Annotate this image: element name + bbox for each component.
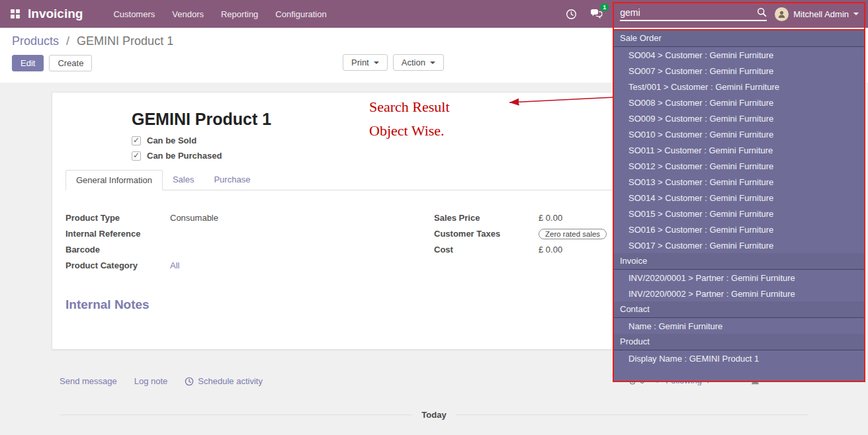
- can-be-purchased-label: Can be Purchased: [147, 151, 222, 161]
- search-result-item[interactable]: SO016 > Customer : Gemini Furniture: [614, 221, 864, 237]
- search-result-item[interactable]: SO011 > Customer : Gemini Furniture: [614, 142, 864, 158]
- schedule-activity-label: Schedule activity: [198, 376, 263, 386]
- caret-down-icon: [374, 61, 379, 67]
- product-type-row: Product Type Consumable: [65, 213, 414, 225]
- search-group-header: Sale Order: [614, 30, 864, 47]
- tab-general-information[interactable]: General Information: [65, 170, 163, 190]
- divider-line: [456, 415, 808, 415]
- messages-icon[interactable]: 1: [590, 9, 603, 19]
- print-menu-button[interactable]: Print: [343, 54, 388, 71]
- search-group-header: Invoice: [614, 253, 864, 270]
- menu-vendors[interactable]: Vendors: [172, 9, 204, 19]
- global-search-box: [620, 7, 767, 21]
- tab-sales[interactable]: Sales: [163, 170, 204, 190]
- edit-button[interactable]: Edit: [12, 55, 44, 71]
- action-menu-label: Action: [402, 58, 425, 67]
- can-be-sold-checkbox[interactable]: [132, 136, 141, 145]
- search-result-item[interactable]: SO015 > Customer : Gemini Furniture: [614, 206, 864, 221]
- navbar-systray: 1 Mitchell Admin: [559, 7, 861, 21]
- global-search-results-panel: Sale Order SO004 > Customer : Gemini Fur…: [614, 29, 864, 382]
- schedule-activity-link[interactable]: Schedule activity: [185, 376, 263, 386]
- search-result-item[interactable]: SO010 > Customer : Gemini Furniture: [614, 126, 864, 142]
- product-category-row: Product Category All: [65, 260, 414, 273]
- search-group-product: Product Display Name : GEMINI Product 1: [614, 334, 864, 366]
- print-action-group: Print Action: [343, 54, 444, 71]
- search-result-item[interactable]: INV/2020/0001 > Partner : Gemini Furnitu…: [614, 270, 864, 286]
- sales-price-label: Sales Price: [434, 213, 539, 223]
- cost-label: Cost: [434, 245, 539, 255]
- date-divider-label: Today: [412, 410, 455, 420]
- search-result-item[interactable]: SO014 > Customer : Gemini Furniture: [614, 190, 864, 206]
- caret-down-icon: [430, 61, 435, 67]
- barcode-label: Barcode: [65, 245, 170, 255]
- search-result-item[interactable]: SO012 > Customer : Gemini Furniture: [614, 158, 864, 174]
- search-result-item[interactable]: Display Name : GEMINI Product 1: [614, 350, 864, 366]
- breadcrumb-separator: /: [66, 34, 69, 48]
- print-menu-label: Print: [351, 58, 369, 67]
- user-name: Mitchell Admin: [793, 9, 849, 19]
- product-category-label: Product Category: [65, 260, 170, 270]
- search-result-item[interactable]: INV/2020/0002 > Partner : Gemini Furnitu…: [614, 286, 864, 301]
- messages-badge: 1: [600, 3, 609, 11]
- search-result-item[interactable]: Test/001 > Customer : Gemini Furniture: [614, 79, 864, 95]
- annotation-line-2: Object Wise.: [369, 119, 450, 143]
- tab-purchase[interactable]: Purchase: [204, 170, 260, 190]
- annotation-arrow-icon: [501, 93, 619, 110]
- product-category-value[interactable]: All: [170, 260, 179, 270]
- can-be-purchased-checkbox[interactable]: [132, 151, 141, 161]
- caret-down-icon: [853, 13, 859, 18]
- search-result-item[interactable]: Name : Gemini Furniture: [614, 318, 864, 334]
- product-type-value: Consumable: [170, 213, 218, 223]
- search-group-invoice: Invoice INV/2020/0001 > Partner : Gemini…: [614, 253, 864, 301]
- clock-icon: [185, 377, 194, 386]
- search-result-item[interactable]: SO007 > Customer : Gemini Furniture: [614, 63, 864, 79]
- search-result-item[interactable]: SO013 > Customer : Gemini Furniture: [614, 174, 864, 190]
- search-result-item[interactable]: SO008 > Customer : Gemini Furniture: [614, 95, 864, 110]
- cost-value: £ 0.00: [539, 245, 562, 255]
- search-group-contact: Contact Name : Gemini Furniture: [614, 301, 864, 334]
- user-menu[interactable]: Mitchell Admin: [775, 7, 861, 21]
- log-note-link[interactable]: Log note: [134, 376, 168, 386]
- divider-line: [60, 415, 412, 415]
- main-menu: Customers Vendors Reporting Configuratio…: [113, 9, 326, 19]
- internal-reference-row: Internal Reference: [65, 229, 414, 241]
- annotation-text: Search Result Object Wise.: [369, 95, 450, 143]
- search-input[interactable]: [620, 7, 757, 18]
- product-type-label: Product Type: [65, 213, 170, 223]
- can-be-sold-label: Can be Sold: [147, 136, 196, 145]
- user-avatar-icon: [775, 7, 789, 21]
- barcode-row: Barcode: [65, 245, 414, 257]
- internal-reference-label: Internal Reference: [65, 229, 170, 239]
- search-icon[interactable]: [757, 7, 767, 17]
- field-column-left: Product Type Consumable Internal Referen…: [65, 213, 434, 276]
- search-group-header: Product: [614, 334, 864, 350]
- top-navbar: Invoicing Customers Vendors Reporting Co…: [0, 0, 868, 28]
- menu-customers[interactable]: Customers: [113, 9, 155, 19]
- search-result-item[interactable]: SO004 > Customer : Gemini Furniture: [614, 47, 864, 63]
- search-group-sale-order: Sale Order SO004 > Customer : Gemini Fur…: [614, 30, 864, 253]
- sales-price-value: £ 0.00: [539, 213, 562, 223]
- menu-configuration[interactable]: Configuration: [275, 9, 326, 19]
- action-menu-button[interactable]: Action: [393, 54, 444, 71]
- date-divider: Today: [60, 410, 808, 420]
- search-group-header: Contact: [614, 301, 864, 318]
- customer-taxes-tag[interactable]: Zero rated sales: [539, 229, 607, 239]
- search-result-item[interactable]: SO009 > Customer : Gemini Furniture: [614, 110, 864, 126]
- app-name[interactable]: Invoicing: [28, 7, 83, 21]
- breadcrumb-products-link[interactable]: Products: [12, 34, 59, 48]
- search-result-item[interactable]: SO017 > Customer : Gemini Furniture: [614, 237, 864, 253]
- activities-clock-icon[interactable]: [566, 9, 577, 20]
- customer-taxes-label: Customer Taxes: [434, 229, 539, 239]
- breadcrumb-current: GEMINI Product 1: [77, 34, 173, 48]
- send-message-link[interactable]: Send message: [60, 376, 117, 386]
- annotation-line-1: Search Result: [369, 95, 450, 119]
- create-button[interactable]: Create: [49, 55, 92, 71]
- menu-reporting[interactable]: Reporting: [221, 9, 258, 19]
- apps-menu-icon[interactable]: [11, 9, 20, 19]
